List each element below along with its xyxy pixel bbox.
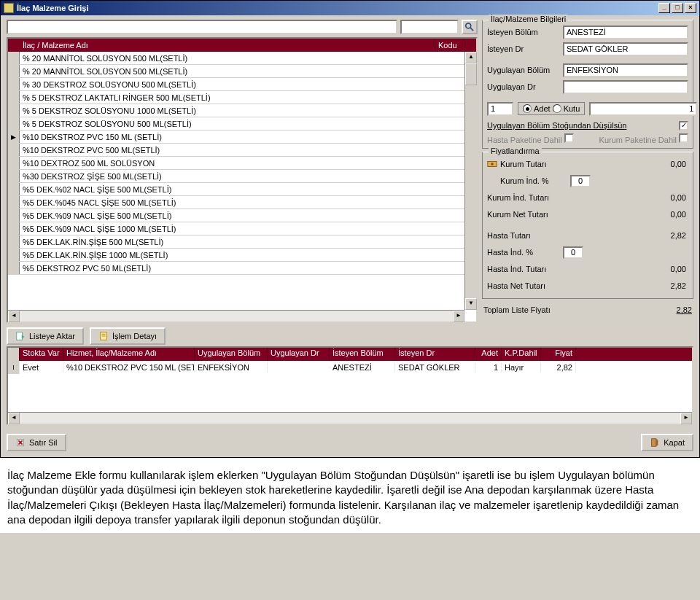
hasta-tutari-label: Hasta Tutarı bbox=[487, 231, 560, 240]
search-button[interactable] bbox=[462, 20, 478, 34]
kurum-tutari-value: 0,00 bbox=[570, 160, 688, 168]
kurum-paketi-checkbox[interactable] bbox=[679, 133, 688, 143]
hasta-ind-tutari-label: Hasta İnd. Tutarı bbox=[487, 265, 560, 273]
grid-hscroll[interactable]: ◄ ► bbox=[8, 310, 464, 322]
grid-row[interactable]: % 5 DEKSTROZ SOLÜSYONU 500 ML(SETLİ) bbox=[8, 117, 476, 130]
scroll-thumb[interactable] bbox=[465, 63, 477, 85]
medicine-grid[interactable]: İlaç / Malzeme Adı Kodu % 20 MANNİTOL SO… bbox=[7, 37, 478, 323]
scroll-up-button[interactable]: ▲ bbox=[465, 52, 477, 63]
pricing-fieldset: Fiyatlandırma Kurum Tutarı 0,00 Kurum İn… bbox=[482, 152, 693, 299]
count-input[interactable] bbox=[589, 102, 697, 116]
search-code-input[interactable] bbox=[400, 20, 459, 34]
oh-adi[interactable]: Hizmet, İlaç/Malzeme Adı bbox=[63, 348, 195, 361]
uygulayan-bolum-label: Uygulayan Bölüm bbox=[487, 66, 560, 74]
grid-row[interactable]: %5 DEK.LAK.RİN.ŞİŞE 500 ML(SETLİ) bbox=[8, 235, 476, 249]
oh-ist-dr[interactable]: İsteyen Dr bbox=[395, 348, 475, 361]
grid-row[interactable]: % 20 MANNİTOL SOLÜSYON 500 ML(SETLİ) bbox=[8, 52, 476, 65]
hasta-paketi-checkbox[interactable] bbox=[564, 133, 574, 143]
uygulayan-dr-label: Uygulayan Dr bbox=[487, 82, 560, 91]
order-row[interactable]: I Evet %10 DEKSTROZ PVC 150 ML (SETLİ) E… bbox=[8, 361, 692, 374]
export-icon bbox=[15, 331, 26, 341]
total-value: 2,82 bbox=[677, 305, 692, 314]
close-door-icon bbox=[650, 437, 660, 448]
kurum-paketi-label: Kurum Paketine Dahil bbox=[599, 136, 677, 144]
grid-row[interactable]: %30 DEKSTROZ ŞİŞE 500 ML(SETLİ) bbox=[8, 170, 476, 183]
minimize-button[interactable]: _ bbox=[658, 3, 670, 13]
order-scroll-left[interactable]: ◄ bbox=[8, 413, 20, 424]
col-code-header[interactable]: Kodu bbox=[435, 40, 464, 50]
search-icon bbox=[464, 22, 475, 32]
hasta-net-value: 2,82 bbox=[563, 281, 688, 290]
info-fieldset: İlaç/Malzeme Bilgileri İsteyen Bölüm İst… bbox=[482, 20, 693, 149]
kurum-ind-pct-label: Kurum İnd. % bbox=[500, 176, 567, 185]
grid-row[interactable]: %5 DEK.%09 NACL ŞİŞE 500 ML(SETLİ) bbox=[8, 209, 476, 222]
order-grid[interactable]: Stokta Var Hizmet, İlaç/Malzeme Adı Uygu… bbox=[7, 346, 693, 425]
description-text: İlaç Malzeme Ekle formu kullanılarak işl… bbox=[0, 458, 700, 533]
window-title: İlaç Malzeme Girişi bbox=[17, 4, 88, 12]
scroll-left-button[interactable]: ◄ bbox=[8, 311, 20, 322]
isteyen-bolum-input[interactable] bbox=[563, 26, 688, 39]
oh-adet[interactable]: Adet bbox=[475, 348, 502, 361]
hasta-tutari-value: 2,82 bbox=[563, 231, 688, 240]
svg-rect-2 bbox=[17, 332, 23, 340]
delete-icon bbox=[15, 437, 26, 448]
listeye-aktar-button[interactable]: Listeye Aktar bbox=[7, 327, 84, 345]
uygulayan-dr-input[interactable] bbox=[563, 80, 688, 94]
col-name-header[interactable]: İlaç / Malzeme Adı bbox=[20, 40, 435, 50]
oh-uyg-bolum[interactable]: Uygulayan Bölüm bbox=[195, 348, 268, 361]
grid-row[interactable]: % 5 DEKSTROZ SOLÜSYONU 1000 ML(SETLİ) bbox=[8, 104, 476, 117]
oh-stokta[interactable]: Stokta Var bbox=[20, 348, 63, 361]
search-input[interactable] bbox=[7, 20, 397, 34]
grid-row[interactable]: %10 DEKSTROZ PVC 500 ML(SETLİ) bbox=[8, 144, 476, 157]
svg-line-1 bbox=[470, 28, 473, 31]
radio-adet[interactable]: Adet bbox=[523, 104, 551, 113]
drop-stock-checkbox[interactable]: ✓ bbox=[679, 121, 688, 130]
order-hscroll[interactable]: ◄ ► bbox=[8, 412, 692, 424]
grid-row[interactable]: % 20 MANNİTOL SOLÜSYON 500 ML(SETLİ) bbox=[8, 65, 476, 78]
unit-radio-group: Adet Kutu bbox=[518, 102, 585, 115]
oh-fiyat[interactable]: Fiyat bbox=[541, 348, 576, 361]
drop-stock-label: Uygulayan Bölüm Stoğundan Düşülsün bbox=[487, 121, 626, 130]
kapat-button[interactable]: Kapat bbox=[641, 434, 693, 451]
grid-row[interactable]: % 30 DEKSTROZ SOLÜSYONU 500 ML(SETLİ) bbox=[8, 78, 476, 91]
close-button[interactable]: × bbox=[685, 3, 696, 13]
islem-detayi-button[interactable]: İşlem Detayı bbox=[90, 327, 166, 345]
detail-icon bbox=[98, 331, 109, 341]
kurum-net-label: Kurum Net Tutarı bbox=[487, 210, 560, 219]
uygulayan-bolum-input[interactable] bbox=[563, 63, 688, 77]
kurum-net-value: 0,00 bbox=[563, 210, 688, 219]
grid-row[interactable]: %5 DEKSTROZ PVC 50 ML(SETLİ) bbox=[8, 262, 476, 275]
radio-kutu[interactable]: Kutu bbox=[553, 104, 580, 113]
hasta-ind-pct-input[interactable] bbox=[563, 246, 583, 259]
scroll-right-button[interactable]: ► bbox=[453, 311, 464, 322]
oh-kp[interactable]: K.P.Dahil bbox=[502, 348, 541, 361]
app-icon bbox=[4, 3, 14, 13]
grid-row[interactable]: %5 DEK.LAK.RİN.ŞİŞE 1000 ML(SETLİ) bbox=[8, 249, 476, 262]
svg-rect-11 bbox=[652, 439, 656, 447]
qty-input[interactable] bbox=[487, 102, 513, 116]
oh-ist-bolum[interactable]: İsteyen Bölüm bbox=[330, 348, 395, 361]
grid-row[interactable]: %5 DEK.%02 NACL ŞİŞE 500 ML(SETLİ) bbox=[8, 183, 476, 196]
grid-row[interactable]: %5 DEK.%045 NACL ŞİŞE 500 ML(SETLİ) bbox=[8, 196, 476, 209]
hasta-ind-tutari-value: 0,00 bbox=[563, 265, 688, 273]
window: İlaç Malzeme Girişi _ □ × bbox=[0, 0, 700, 458]
svg-point-0 bbox=[466, 23, 471, 28]
isteyen-dr-input[interactable] bbox=[563, 42, 688, 56]
money-icon bbox=[487, 159, 497, 169]
hasta-net-label: Hasta Net Tutarı bbox=[487, 281, 560, 290]
pricing-legend: Fiyatlandırma bbox=[489, 147, 542, 155]
svg-point-7 bbox=[491, 163, 494, 165]
satir-sil-button[interactable]: Satır Sil bbox=[7, 434, 66, 451]
kurum-ind-pct-input[interactable] bbox=[570, 175, 591, 187]
grid-row[interactable]: ▶%10 DEKSTROZ PVC 150 ML (SETLİ) bbox=[8, 130, 476, 144]
grid-row[interactable]: %10 DEXTROZ 500 ML SOLÜSYON bbox=[8, 157, 476, 170]
isteyen-dr-label: İsteyen Dr bbox=[487, 44, 560, 53]
oh-uyg-dr[interactable]: Uygulayan Dr bbox=[268, 348, 330, 361]
grid-row[interactable]: % 5 DEKSTROZ LAKTATLI RİNGER 500 ML(SETL… bbox=[8, 91, 476, 104]
hasta-ind-pct-label: Hasta İnd. % bbox=[487, 248, 560, 257]
maximize-button[interactable]: □ bbox=[672, 3, 683, 13]
grid-vscroll[interactable]: ▲ ▼ bbox=[464, 52, 476, 310]
grid-row[interactable]: %5 DEK.%09 NACL ŞİŞE 1000 ML(SETLİ) bbox=[8, 222, 476, 235]
scroll-down-button[interactable]: ▼ bbox=[465, 298, 477, 310]
order-scroll-right[interactable]: ► bbox=[680, 413, 692, 424]
